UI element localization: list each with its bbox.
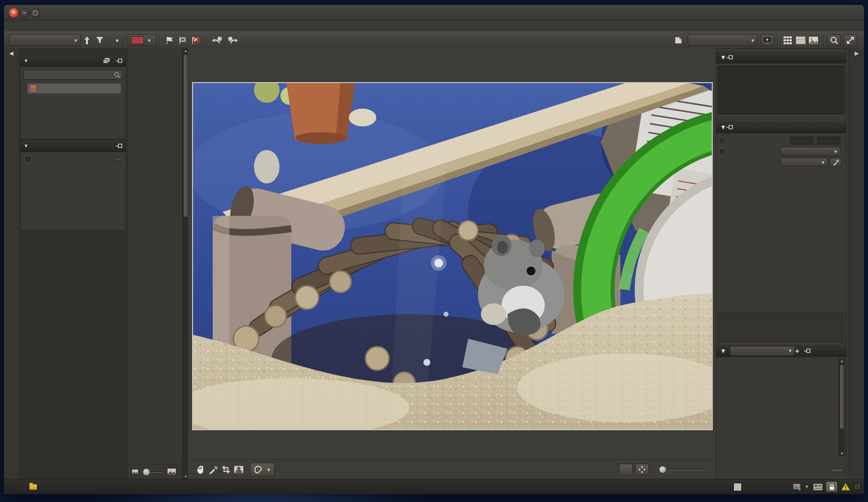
new-layer-icon[interactable] bbox=[672, 34, 685, 46]
redo-icon[interactable] bbox=[225, 34, 241, 46]
filmstrip-view-button[interactable] bbox=[794, 34, 807, 46]
white-balance-eyedropper-icon[interactable] bbox=[830, 158, 841, 167]
collapse-triangle-icon[interactable]: ▼ bbox=[24, 58, 28, 63]
autolevel-value1[interactable] bbox=[790, 137, 813, 145]
catalogs-section: ▼ bbox=[20, 55, 126, 139]
menu-bar bbox=[4, 20, 864, 31]
metadata-browser-section: ▼ bbox=[20, 140, 126, 231]
output-profile-icon[interactable] bbox=[793, 483, 802, 491]
status-bar: ▼ bbox=[4, 479, 864, 494]
crop-tool-icon[interactable] bbox=[220, 464, 232, 475]
card-status-icon[interactable] bbox=[813, 483, 823, 491]
color-label-dropdown[interactable] bbox=[128, 34, 156, 46]
collapse-right-panel-icon[interactable]: ▶ bbox=[849, 50, 864, 57]
presets-tree bbox=[716, 357, 839, 454]
scroll-down-icon[interactable]: ▼ bbox=[839, 451, 845, 456]
photo-hamster-cage bbox=[193, 83, 712, 429]
presets-scrollbar-thumb[interactable] bbox=[840, 365, 844, 429]
layer-type-dropdown[interactable] bbox=[688, 34, 757, 46]
tint-dropdown[interactable] bbox=[781, 147, 840, 156]
flag-pick-icon[interactable] bbox=[164, 34, 176, 46]
image-viewer: ▼ bbox=[188, 48, 717, 479]
pin-icon[interactable] bbox=[804, 348, 811, 354]
thumbnail-size-slider[interactable] bbox=[142, 472, 164, 473]
catalogs-header[interactable]: ▼ bbox=[21, 55, 126, 67]
main-toolbar bbox=[4, 31, 864, 49]
autolevel-checkbox[interactable] bbox=[719, 138, 726, 145]
flag-reject-icon[interactable] bbox=[176, 34, 189, 46]
pin-icon[interactable] bbox=[115, 143, 123, 148]
presets-header[interactable]: ▼ + bbox=[716, 345, 846, 357]
histogram-chart bbox=[718, 66, 844, 114]
perfectly-clear-checkbox[interactable] bbox=[719, 148, 726, 155]
warning-icon[interactable] bbox=[841, 483, 850, 491]
autolevel-row bbox=[716, 136, 846, 146]
autolevel-value2[interactable] bbox=[817, 137, 840, 145]
thumbnail-size-slider-thumb[interactable] bbox=[142, 469, 150, 476]
collapse-triangle-icon[interactable]: ▼ bbox=[720, 348, 726, 354]
app-window: ✕ – ▢ bbox=[4, 5, 864, 494]
thumbnail-large-icon[interactable] bbox=[167, 468, 176, 476]
viewer-toolbar: ▼ bbox=[188, 459, 717, 479]
main-photo[interactable] bbox=[192, 82, 713, 430]
thumbnail-small-icon[interactable] bbox=[132, 469, 139, 475]
collapse-left-panel-icon[interactable]: ◀ bbox=[4, 50, 19, 57]
rating-none-dot[interactable] bbox=[113, 34, 120, 46]
slideshow-button[interactable] bbox=[760, 34, 774, 46]
window-close-button[interactable]: ✕ bbox=[9, 8, 19, 18]
zoom-actual-button[interactable] bbox=[619, 464, 633, 475]
refine-button[interactable] bbox=[114, 158, 123, 161]
redeye-tool-icon[interactable] bbox=[232, 464, 245, 475]
collapse-triangle-icon[interactable]: ▼ bbox=[720, 54, 726, 61]
lock-icon bbox=[829, 484, 835, 490]
add-preset-icon[interactable]: + bbox=[795, 347, 799, 355]
right-tab-strip: ▶ bbox=[849, 48, 864, 479]
pixel-color-swatch bbox=[733, 483, 742, 491]
fullscreen-button[interactable] bbox=[843, 34, 857, 46]
white-balance-row bbox=[716, 158, 846, 168]
histogram-header[interactable]: ▼ bbox=[716, 52, 846, 63]
right-panel: ▼ ▼ bbox=[716, 48, 846, 479]
search-icon bbox=[114, 72, 120, 78]
collapse-triangle-icon[interactable]: ▼ bbox=[720, 124, 726, 131]
heal-clone-tool-button[interactable]: ▼ bbox=[250, 463, 275, 476]
collapse-triangle-icon[interactable]: ▼ bbox=[24, 143, 28, 148]
window-minimize-button[interactable]: – bbox=[20, 8, 29, 18]
filmstrip-panel bbox=[128, 48, 183, 479]
viewer-zoom-slider[interactable] bbox=[659, 469, 704, 471]
sort-dropdown[interactable] bbox=[9, 34, 81, 46]
magnifier-button[interactable] bbox=[827, 34, 841, 46]
grid-view-button[interactable] bbox=[782, 34, 794, 46]
window-maximize-button[interactable]: ▢ bbox=[30, 8, 40, 18]
undo-icon[interactable] bbox=[209, 34, 225, 46]
resize-grip[interactable] bbox=[855, 485, 860, 489]
keywords-input[interactable] bbox=[718, 313, 843, 342]
flag-clear-icon[interactable] bbox=[189, 34, 202, 46]
filmstrip-scrollbar-thumb[interactable] bbox=[184, 55, 188, 217]
link-to-catalogs-checkbox[interactable] bbox=[25, 156, 31, 163]
image-view-button[interactable] bbox=[807, 34, 820, 46]
metadata-browser-header[interactable]: ▼ bbox=[21, 140, 126, 152]
basic-adjustments-header[interactable]: ▼ bbox=[716, 121, 846, 133]
presets-dropdown[interactable] bbox=[730, 346, 795, 356]
white-balance-dropdown[interactable] bbox=[781, 158, 828, 167]
lock-button[interactable] bbox=[826, 481, 838, 492]
color-label-swatch bbox=[131, 36, 144, 44]
sort-direction-button[interactable] bbox=[81, 34, 93, 46]
pin-icon[interactable] bbox=[115, 58, 123, 63]
pin-icon[interactable] bbox=[726, 55, 733, 60]
pin-icon[interactable] bbox=[726, 124, 733, 130]
chevron-down-icon[interactable]: ▼ bbox=[805, 484, 809, 489]
manage-presets-button[interactable] bbox=[831, 469, 844, 472]
new-catalog-icon[interactable] bbox=[103, 58, 111, 64]
catalog-item[interactable] bbox=[28, 84, 121, 93]
catalog-search-input[interactable] bbox=[24, 70, 123, 80]
filter-button[interactable] bbox=[93, 34, 106, 46]
zoom-fit-button[interactable] bbox=[635, 464, 649, 475]
scroll-up-icon[interactable]: ▲ bbox=[839, 358, 845, 364]
perfectly-clear-row bbox=[716, 147, 846, 157]
eyedropper-tool-icon[interactable] bbox=[207, 464, 220, 475]
viewer-zoom-slider-thumb[interactable] bbox=[659, 466, 667, 473]
presets-scrollbar[interactable]: ▲ ▼ bbox=[839, 358, 845, 456]
pan-tool-icon[interactable] bbox=[194, 464, 207, 475]
